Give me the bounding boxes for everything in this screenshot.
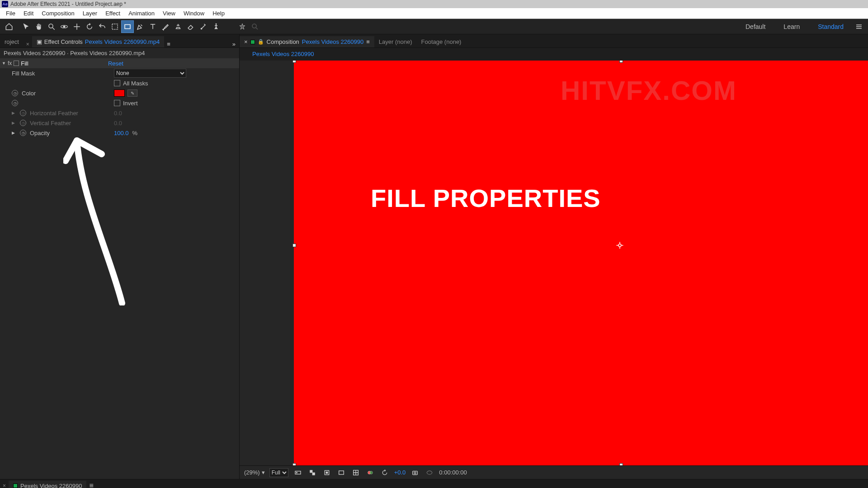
op-twirl-icon[interactable]: ▶ (12, 131, 16, 135)
fx-enable-icon[interactable]: fx (8, 60, 12, 66)
preview-time[interactable]: 0:00:00:00 (439, 469, 467, 476)
brush-tool[interactable] (159, 20, 172, 33)
channel-icon[interactable] (365, 468, 375, 478)
mask-toggle-icon[interactable] (322, 468, 332, 478)
menu-window[interactable]: Window (179, 9, 208, 18)
folder-icon: ▣ (37, 38, 42, 45)
layer-bounds[interactable] (294, 61, 868, 465)
effect-controls-tab[interactable]: ▣ Effect Controls Pexels Videos 2260990.… (32, 36, 164, 47)
workspace-learn[interactable]: Learn (774, 23, 809, 30)
close-project-tab[interactable]: × (24, 41, 32, 47)
selection-tool[interactable] (20, 20, 33, 33)
close-comp-tab[interactable]: × (244, 38, 248, 45)
svg-rect-14 (312, 473, 315, 475)
menu-file[interactable]: File (2, 9, 19, 18)
puppet-tool[interactable] (210, 20, 222, 33)
tab-menu-icon[interactable]: ≡ (366, 38, 370, 45)
menu-animation[interactable]: Animation (124, 9, 159, 18)
vfeather-value[interactable]: 0.0 (114, 120, 122, 127)
timeline-tab[interactable]: Pexels Videos 2260990 (9, 481, 86, 488)
annotation-arrow (63, 125, 136, 305)
handle-top-mid[interactable] (619, 61, 623, 63)
transparency-grid-icon[interactable] (307, 468, 317, 478)
eyedropper-icon[interactable]: ✎ (127, 89, 137, 97)
vf-twirl-icon[interactable]: ▶ (12, 121, 16, 125)
layer-tab[interactable]: Layer (none) (374, 36, 417, 47)
safe-zones-icon[interactable] (336, 468, 346, 478)
tab-menu-icon[interactable]: ≡ (164, 41, 173, 47)
overflow-chevron-icon[interactable]: » (229, 41, 239, 47)
anchor-point-icon[interactable] (616, 241, 624, 249)
svg-point-12 (296, 472, 297, 473)
snapshot-icon[interactable] (410, 468, 420, 478)
chevron-down-icon[interactable]: ▾ (262, 469, 265, 476)
grid-icon[interactable] (351, 468, 361, 478)
menu-composition[interactable]: Composition (38, 9, 78, 18)
lock-icon[interactable]: 🔒 (258, 39, 264, 45)
reset-link[interactable]: Reset (108, 60, 123, 67)
handle-mid-left[interactable] (292, 244, 296, 247)
rectangle-tool[interactable] (121, 20, 134, 33)
hfeather-label: Horizontal Feather (30, 110, 78, 117)
roto-brush-tool[interactable] (197, 20, 210, 33)
zoom-tool[interactable] (45, 20, 58, 33)
color-stopwatch[interactable]: ◷ (12, 90, 18, 96)
menu-effect[interactable]: Effect (101, 9, 124, 18)
all-masks-checkbox[interactable] (114, 80, 120, 86)
undo-button[interactable] (96, 20, 108, 33)
panel-menu-icon[interactable] (853, 20, 865, 33)
vf-stopwatch[interactable]: ◷ (20, 120, 26, 126)
hand-tool[interactable] (33, 20, 45, 33)
fill-mask-label: Fill Mask (12, 70, 35, 77)
timeline-panel: × Pexels Videos 2260990 ≡ 0:00:00:00 000… (0, 479, 868, 488)
close-timeline-tab[interactable]: × (0, 483, 9, 488)
blank-stopwatch[interactable]: ◷ (12, 100, 18, 106)
composition-tab[interactable]: × 🔒 Composition Pexels Videos 2260990 ≡ (240, 36, 374, 47)
handle-bottom-left[interactable] (292, 463, 296, 465)
fast-preview-icon[interactable] (293, 468, 303, 478)
workspace-default[interactable]: Default (736, 23, 774, 30)
timeline-menu-icon[interactable]: ≡ (86, 482, 96, 488)
home-button[interactable] (3, 20, 15, 33)
handle-top-left[interactable] (292, 61, 296, 63)
twirl-down-icon[interactable]: ▼ (2, 61, 6, 66)
fill-mask-select[interactable]: None (114, 69, 186, 78)
pen-tool[interactable] (134, 20, 146, 33)
magnification-label[interactable]: (29%) (244, 469, 260, 476)
tool-bar: Default Learn Standard (0, 19, 868, 34)
hfeather-value[interactable]: 0.0 (114, 110, 122, 117)
opacity-value[interactable]: 100.0 (114, 130, 129, 136)
rotation-tool[interactable] (83, 20, 96, 33)
handle-bottom-mid[interactable] (619, 463, 623, 465)
canvas[interactable] (240, 61, 868, 465)
orbit-tool[interactable] (58, 20, 71, 33)
shape-search-icon[interactable] (249, 20, 261, 33)
menu-help[interactable]: Help (208, 9, 229, 18)
shape-star-icon[interactable] (236, 20, 249, 33)
eraser-tool[interactable] (184, 20, 197, 33)
show-snapshot-icon[interactable] (425, 468, 434, 478)
exposure-value[interactable]: +0.0 (394, 469, 406, 476)
menu-view[interactable]: View (159, 9, 179, 18)
composition-viewer: × 🔒 Composition Pexels Videos 2260990 ≡ … (240, 34, 868, 479)
resolution-select[interactable]: Full (269, 468, 288, 477)
pan-behind-tool[interactable] (71, 20, 83, 33)
clone-stamp-tool[interactable] (172, 20, 184, 33)
type-tool[interactable] (146, 20, 159, 33)
hf-stopwatch[interactable]: ◷ (20, 110, 26, 116)
project-tab[interactable]: roject (0, 36, 24, 47)
footage-tab[interactable]: Footage (none) (417, 36, 466, 47)
comp-flow-link[interactable]: Pexels Videos 2260990 (249, 49, 317, 60)
hf-twirl-icon[interactable]: ▶ (12, 111, 16, 115)
menu-edit[interactable]: Edit (19, 9, 38, 18)
mask-tool[interactable] (108, 20, 121, 33)
effect-settings-icon[interactable] (14, 61, 19, 66)
invert-checkbox[interactable] (114, 100, 120, 106)
effect-header[interactable]: ▼ fx Fill Reset (0, 58, 239, 68)
workspace-standard[interactable]: Standard (809, 23, 853, 30)
color-swatch[interactable] (114, 89, 125, 97)
opacity-stopwatch[interactable]: ◷ (20, 130, 26, 136)
svg-rect-4 (112, 24, 118, 29)
reset-exposure-icon[interactable] (380, 468, 390, 478)
menu-layer[interactable]: Layer (79, 9, 102, 18)
